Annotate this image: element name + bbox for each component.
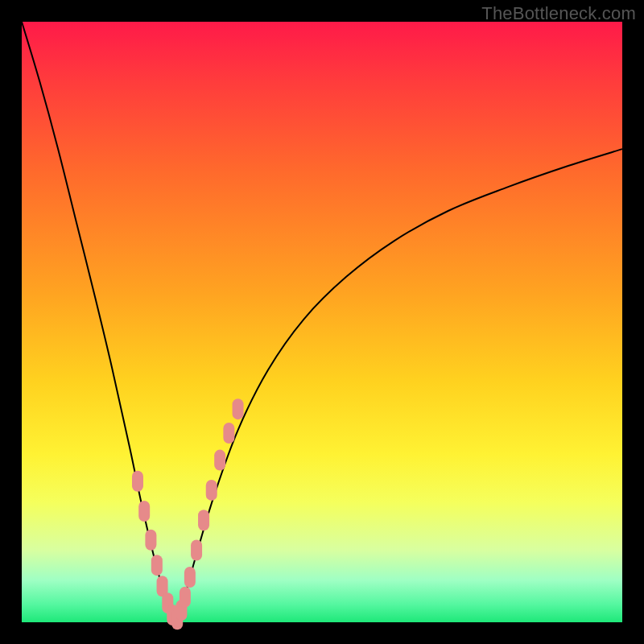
highlight-dot (233, 398, 244, 419)
plot-area (22, 22, 622, 622)
highlight-dot (223, 423, 234, 444)
highlight-dot (145, 530, 156, 551)
highlight-dot (138, 501, 150, 522)
highlight-dot (191, 539, 202, 560)
highlight-markers (132, 398, 244, 630)
highlight-dot (184, 567, 196, 588)
chart-frame: TheBottleneck.com (0, 0, 644, 644)
highlight-dot (151, 555, 163, 576)
highlight-dot (180, 587, 191, 608)
highlight-dot (214, 450, 225, 471)
curve-left (22, 22, 175, 617)
highlight-dot (206, 480, 217, 501)
curve-layer (22, 22, 622, 622)
curve-right (175, 149, 622, 617)
watermark-text: TheBottleneck.com (481, 3, 636, 24)
highlight-dot (132, 471, 143, 492)
highlight-dot (198, 510, 209, 530)
